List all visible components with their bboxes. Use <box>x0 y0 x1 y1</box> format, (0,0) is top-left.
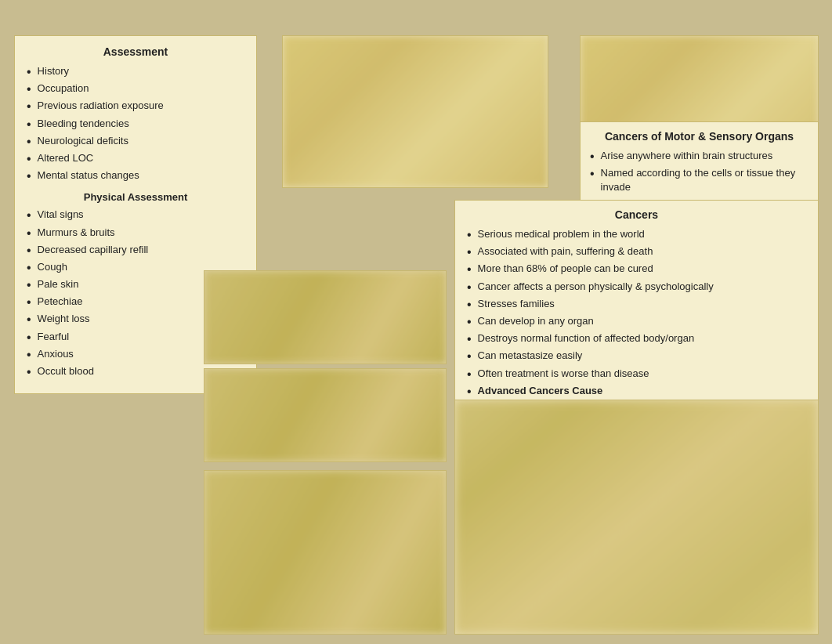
assessment-title: Assessment <box>27 45 244 58</box>
cancers-list: Serious medical problem in the world Ass… <box>467 227 806 399</box>
list-item: Named according to the cells or tissue t… <box>590 166 808 194</box>
list-item: Can develop in any organ <box>467 314 806 329</box>
list-item: Destroys normal function of affected bod… <box>467 331 806 346</box>
cancers-title: Cancers <box>467 208 806 221</box>
list-item: Serious medical problem in the world <box>467 227 806 242</box>
motor-sensory-title: Cancers of Motor & Sensory Organs <box>590 130 808 143</box>
list-item-bold: Advanced Cancers Cause <box>467 384 806 399</box>
blurred-large-area <box>455 400 818 634</box>
bottom-right-area <box>454 400 819 635</box>
blurred-image <box>283 36 548 187</box>
list-item: Arise anywhere within brain structures <box>590 149 808 164</box>
blurred-img-3 <box>204 471 446 634</box>
list-item: Cancer affects a person physically & psy… <box>467 280 806 295</box>
bottom-image-1 <box>204 270 447 364</box>
list-item: Decreased capillary refill <box>27 243 244 258</box>
history-list: History Occupation Previous radiation ex… <box>27 64 244 183</box>
list-item: Often treatment is worse than disease <box>467 367 806 382</box>
list-item: Altered LOC <box>27 151 244 166</box>
page-container: Assessment History Occupation Previous r… <box>0 0 832 644</box>
blurred-img-2 <box>204 369 446 461</box>
list-item: History <box>27 64 244 79</box>
list-item: Previous radiation exposure <box>27 99 244 114</box>
bottom-image-3 <box>204 470 447 635</box>
blurred-img-1 <box>204 271 446 364</box>
list-item: Associated with pain, suffering & death <box>467 244 806 259</box>
list-item: Neurological deficits <box>27 134 244 149</box>
list-item: Mental status changes <box>27 168 244 183</box>
list-item: Can metastasize easily <box>467 349 806 364</box>
list-item: Stresses families <box>467 297 806 312</box>
list-item: Bleeding tendencies <box>27 117 244 132</box>
list-item: Vital signs <box>27 208 244 223</box>
list-item: Occupation <box>27 81 244 96</box>
list-item: More than 68% of people can be cured <box>467 262 806 277</box>
physical-assessment-title: Physical Assessment <box>27 191 244 203</box>
bottom-image-2 <box>204 368 447 462</box>
list-item: Murmurs & bruits <box>27 226 244 241</box>
center-top-image <box>282 35 548 188</box>
